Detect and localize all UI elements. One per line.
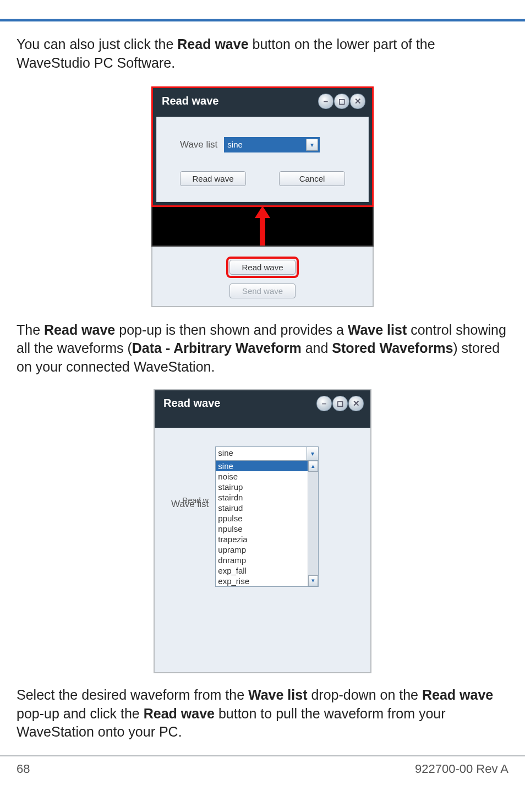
read-wave-button[interactable]: Read wave [180,171,246,186]
wave-list-dropdown[interactable]: ▴ ▾ sinenoisestairupstairdnstairudppulse… [215,460,319,587]
wave-list-value: sine [225,140,305,149]
page-number: 68 [17,762,30,776]
fin-c: drop-down on the [307,687,422,702]
dialog-title-text: Read wave [162,95,218,107]
dialog-titlebar: Read wave – ◻ ✕ [153,88,372,117]
combo-arrow-icon[interactable]: ▾ [306,139,318,151]
dropdown-option[interactable]: exp_fall [216,565,318,576]
read-w-fragment: Read w [182,496,208,505]
scroll-down-icon[interactable]: ▾ [308,575,318,586]
dropdown-option[interactable]: stairud [216,503,318,513]
figure-2: Read wave – ◻ ✕ Wave list sine ▾ ▴ [17,390,508,672]
intro-paragraph: You can also just click the Read wave bu… [17,35,508,73]
fin-e: pop-up and click the [17,706,144,721]
final-paragraph: Select the desired waveform from the Wav… [17,686,508,742]
dialog2-maximize-button[interactable]: ◻ [332,396,348,411]
figure-1: Read wave – ◻ ✕ Wave list sine ▾ Read wa… [17,86,508,307]
dropdown-scrollbar[interactable]: ▴ ▾ [308,461,318,586]
mid-paragraph: The Read wave pop-up is then shown and p… [17,321,508,377]
wave-list-label: Wave list [180,139,217,150]
dark-panel [151,207,374,247]
doc-rev: 922700-00 Rev A [415,762,508,776]
intro-text-a: You can also just click the [17,36,177,52]
dropdown-option[interactable]: sine [216,461,318,471]
dialog2-window-controls: – ◻ ✕ [316,396,364,411]
fin-d: Read wave [422,687,493,702]
dialog2-combo-current: sine [216,447,307,460]
mid-f: Data - Arbitrary Waveform [132,340,302,356]
intro-bold-readwave: Read wave [177,36,248,52]
dropdown-option[interactable]: dnramp [216,555,318,565]
dropdown-option[interactable]: ppulse [216,513,318,524]
mid-c: pop-up is then shown and provides a [115,322,348,337]
send-wave-button[interactable]: Send wave [229,284,296,298]
fin-b: Wave list [248,687,307,702]
scroll-up-icon[interactable]: ▴ [308,461,318,472]
dialog2-titlebar: Read wave – ◻ ✕ [155,390,370,428]
maximize-button[interactable]: ◻ [334,94,349,109]
dropdown-option[interactable]: noise [216,471,318,482]
mid-h: Stored Waveforms [332,340,453,356]
lower-button-panel: Read wave Send wave [151,247,374,307]
fin-a: Select the desired waveform from the [17,687,248,702]
highlight-ring: Read wave [226,257,299,278]
dialog2-body: Wave list sine ▾ ▴ ▾ sinenoisestairupsta… [155,428,370,672]
dialog2-wave-list-combo[interactable]: sine ▾ ▴ ▾ sinenoisestairupstairdnstairu… [215,446,319,461]
dialog2-title-text: Read wave [163,397,220,410]
close-button[interactable]: ✕ [350,94,365,109]
read-wave-main-button[interactable]: Read wave [229,260,296,275]
dropdown-option[interactable]: npulse [216,524,318,534]
wave-list-combo[interactable]: sine ▾ [224,137,320,152]
page-bottom-rule [0,755,525,756]
mid-a: The [17,322,44,337]
dialog-body: Wave list sine ▾ Read wave Cancel [156,117,369,202]
read-wave-dialog: Read wave – ◻ ✕ Wave list sine ▾ Read wa… [151,86,374,207]
dropdown-option[interactable]: stairup [216,482,318,492]
dropdown-option[interactable]: upramp [216,544,318,555]
page-footer: 68 922700-00 Rev A [17,760,508,776]
fin-f: Read wave [144,706,215,721]
window-controls: – ◻ ✕ [318,94,365,109]
dialog2-close-button[interactable]: ✕ [348,396,364,411]
mid-g: and [302,340,332,356]
page-top-rule [0,19,525,21]
svg-marker-0 [255,206,270,246]
cancel-button[interactable]: Cancel [279,171,345,186]
mid-b: Read wave [44,322,115,337]
dropdown-option[interactable]: exp_rise [216,576,318,586]
dropdown-option[interactable]: stairdn [216,492,318,503]
annotation-arrow-icon [255,206,270,246]
dropdown-option[interactable]: trapezia [216,534,318,544]
minimize-button[interactable]: – [318,94,333,109]
mid-d: Wave list [348,322,407,337]
dialog2-combo-arrow-icon[interactable]: ▾ [307,447,318,460]
dialog2-minimize-button[interactable]: – [316,396,332,411]
